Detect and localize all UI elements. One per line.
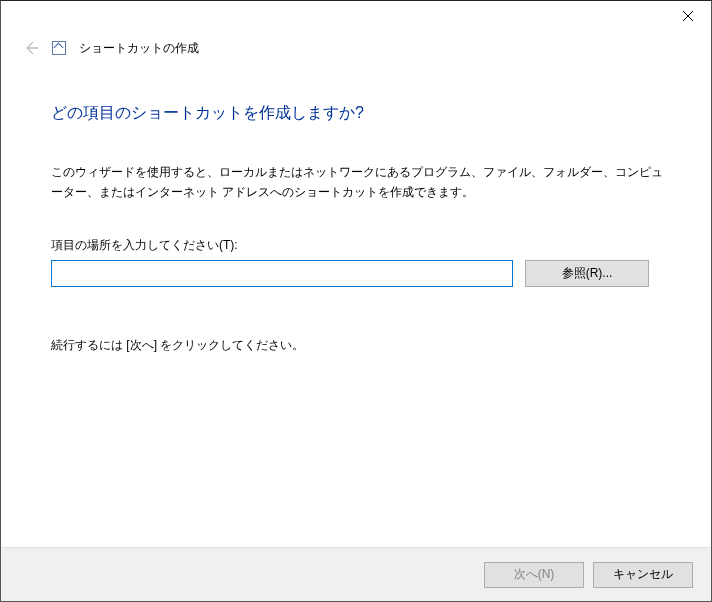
location-input[interactable] bbox=[51, 260, 513, 287]
arrow-left-icon bbox=[23, 40, 39, 56]
footer: 次へ(N) キャンセル bbox=[1, 547, 711, 601]
titlebar bbox=[1, 1, 711, 33]
close-icon bbox=[683, 11, 693, 21]
input-row: 参照(R)... bbox=[51, 260, 663, 287]
close-button[interactable] bbox=[665, 1, 711, 31]
cancel-button[interactable]: キャンセル bbox=[593, 562, 693, 588]
location-label: 項目の場所を入力してください(T): bbox=[51, 237, 663, 254]
page-heading: どの項目のショートカットを作成しますか? bbox=[51, 103, 663, 124]
create-shortcut-dialog: ショートカットの作成 どの項目のショートカットを作成しますか? このウィザードを… bbox=[0, 0, 712, 602]
shortcut-icon bbox=[52, 41, 66, 55]
header-row: ショートカットの作成 bbox=[1, 33, 711, 61]
back-button bbox=[23, 40, 39, 56]
description-text: このウィザードを使用すると、ローカルまたはネットワークにあるプログラム、ファイル… bbox=[51, 162, 663, 203]
next-button[interactable]: 次へ(N) bbox=[484, 562, 584, 588]
continue-instruction: 続行するには [次へ] をクリックしてください。 bbox=[51, 337, 663, 354]
browse-button[interactable]: 参照(R)... bbox=[525, 260, 649, 287]
content-area: どの項目のショートカットを作成しますか? このウィザードを使用すると、ローカルま… bbox=[1, 61, 711, 547]
dialog-title: ショートカットの作成 bbox=[79, 40, 199, 57]
